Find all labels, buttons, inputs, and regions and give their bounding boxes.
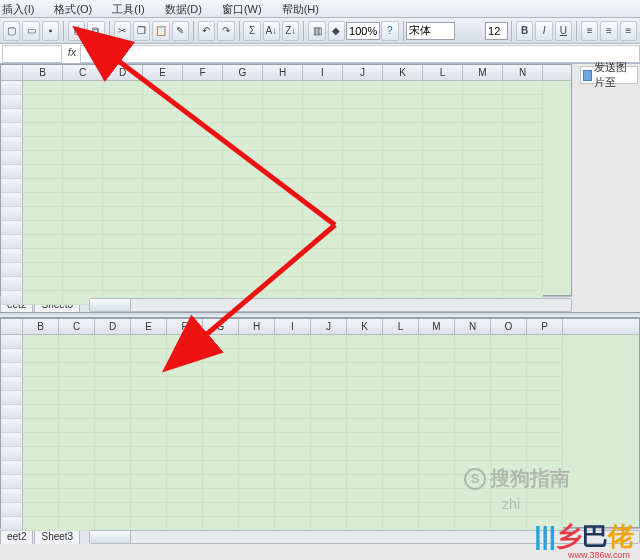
cell[interactable]	[463, 235, 503, 249]
cell[interactable]	[239, 391, 275, 405]
cell[interactable]	[167, 447, 203, 461]
cell[interactable]	[347, 517, 383, 531]
row-header[interactable]	[1, 95, 23, 109]
cell[interactable]	[343, 235, 383, 249]
cell[interactable]	[203, 419, 239, 433]
paste-icon[interactable]: 📋	[152, 21, 169, 41]
cell[interactable]	[347, 433, 383, 447]
cell[interactable]	[223, 137, 263, 151]
cell[interactable]	[23, 263, 63, 277]
cell[interactable]	[455, 447, 491, 461]
cell[interactable]	[23, 475, 59, 489]
cell[interactable]	[419, 391, 455, 405]
cell[interactable]	[95, 419, 131, 433]
cell[interactable]	[203, 335, 239, 349]
cell[interactable]	[303, 81, 343, 95]
cell[interactable]	[383, 503, 419, 517]
cell[interactable]	[223, 95, 263, 109]
cell[interactable]	[223, 193, 263, 207]
cell[interactable]	[23, 277, 63, 291]
cell[interactable]	[383, 277, 423, 291]
cell[interactable]	[263, 263, 303, 277]
cell[interactable]	[95, 447, 131, 461]
cell[interactable]	[143, 277, 183, 291]
cell[interactable]	[347, 447, 383, 461]
cell[interactable]	[63, 193, 103, 207]
cell[interactable]	[463, 193, 503, 207]
cell[interactable]	[347, 503, 383, 517]
cell[interactable]	[503, 207, 543, 221]
cell[interactable]	[103, 179, 143, 193]
cell[interactable]	[239, 377, 275, 391]
cell[interactable]	[239, 433, 275, 447]
font-combo[interactable]: 宋体	[406, 22, 455, 40]
cell[interactable]	[239, 489, 275, 503]
row-header[interactable]	[1, 419, 23, 433]
cell[interactable]	[239, 405, 275, 419]
cell[interactable]	[167, 503, 203, 517]
cell[interactable]	[311, 419, 347, 433]
cell[interactable]	[491, 517, 527, 531]
cell[interactable]	[103, 193, 143, 207]
cell[interactable]	[463, 123, 503, 137]
cell[interactable]	[423, 151, 463, 165]
cell[interactable]	[347, 419, 383, 433]
cell[interactable]	[183, 95, 223, 109]
cell[interactable]	[383, 335, 419, 349]
cell[interactable]	[455, 349, 491, 363]
cell[interactable]	[131, 391, 167, 405]
cell[interactable]	[343, 81, 383, 95]
new-icon[interactable]: ▢	[3, 21, 20, 41]
cell[interactable]	[303, 165, 343, 179]
cell[interactable]	[59, 503, 95, 517]
cell[interactable]	[23, 137, 63, 151]
cell[interactable]	[23, 165, 63, 179]
cell[interactable]	[183, 165, 223, 179]
cell[interactable]	[455, 363, 491, 377]
cell[interactable]	[423, 249, 463, 263]
cell[interactable]	[95, 503, 131, 517]
cell[interactable]	[423, 263, 463, 277]
cell[interactable]	[23, 433, 59, 447]
cell[interactable]	[383, 405, 419, 419]
column-header[interactable]: I	[275, 319, 311, 334]
bold-button[interactable]: B	[516, 21, 533, 41]
cell[interactable]	[131, 419, 167, 433]
cell[interactable]	[59, 475, 95, 489]
cell[interactable]	[419, 419, 455, 433]
cell[interactable]	[383, 221, 423, 235]
autosum-icon[interactable]: Σ	[243, 21, 260, 41]
column-header[interactable]: H	[239, 319, 275, 334]
row-header[interactable]	[1, 109, 23, 123]
cell[interactable]	[383, 489, 419, 503]
cell[interactable]	[239, 503, 275, 517]
cell[interactable]	[303, 123, 343, 137]
cell[interactable]	[95, 349, 131, 363]
cell[interactable]	[303, 109, 343, 123]
cell[interactable]	[423, 235, 463, 249]
cell[interactable]	[311, 391, 347, 405]
cell[interactable]	[59, 489, 95, 503]
column-header[interactable]: C	[63, 65, 103, 80]
cell[interactable]	[263, 277, 303, 291]
cell[interactable]	[263, 123, 303, 137]
cell[interactable]	[527, 503, 563, 517]
cell[interactable]	[503, 109, 543, 123]
cell[interactable]	[63, 95, 103, 109]
cell[interactable]	[143, 109, 183, 123]
cell[interactable]	[343, 123, 383, 137]
cell[interactable]	[455, 335, 491, 349]
row-header[interactable]	[1, 291, 23, 305]
cell[interactable]	[419, 503, 455, 517]
cell[interactable]	[275, 517, 311, 531]
print-icon[interactable]: ⎙	[68, 21, 85, 41]
cell[interactable]	[419, 489, 455, 503]
cell[interactable]	[347, 475, 383, 489]
cell[interactable]	[167, 489, 203, 503]
cell[interactable]	[103, 207, 143, 221]
cell[interactable]	[223, 81, 263, 95]
cell[interactable]	[23, 335, 59, 349]
cell[interactable]	[103, 123, 143, 137]
cell[interactable]	[239, 419, 275, 433]
cell[interactable]	[63, 207, 103, 221]
